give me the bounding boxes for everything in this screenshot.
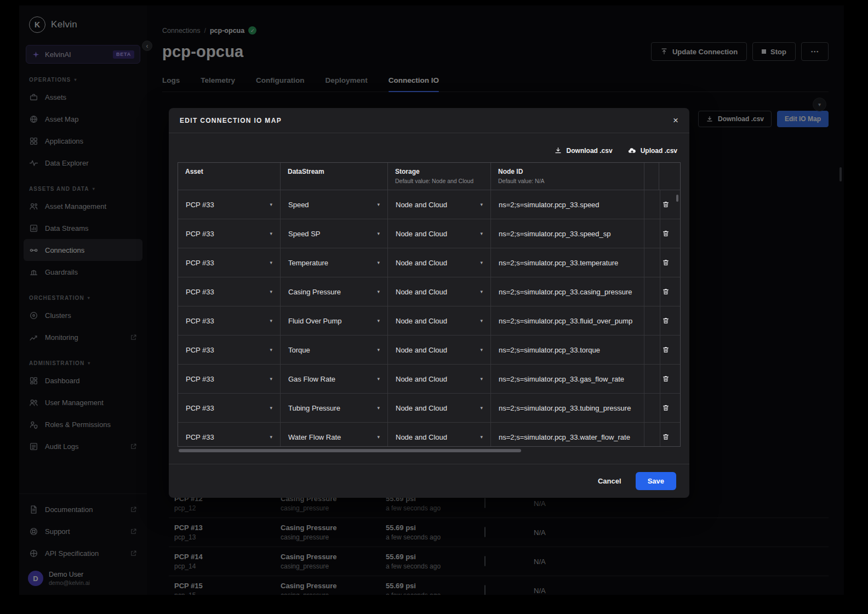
delete-row-button[interactable] xyxy=(658,429,673,445)
node-id-input[interactable]: ns=2;s=simulator.pcp_33.temperature xyxy=(491,248,644,277)
chevron-down-icon: ▾ xyxy=(480,405,483,411)
modal-upload-csv-label: Upload .csv xyxy=(641,147,677,155)
chevron-down-icon: ▾ xyxy=(480,434,483,440)
trash-icon xyxy=(662,317,670,325)
chevron-down-icon: ▾ xyxy=(480,202,483,207)
modal-header: EDIT CONNECTION IO MAP × xyxy=(169,108,689,133)
delete-row-button[interactable] xyxy=(658,342,673,357)
chevron-down-icon: ▾ xyxy=(270,405,272,411)
asset-select[interactable]: PCP #33 ▾ xyxy=(178,277,281,306)
io-map-row: PCP #33 ▾ Temperature ▾ Node and Cloud ▾ xyxy=(178,248,680,277)
node-id-input[interactable]: ns=2;s=simulator.pcp_33.water_flow_rate xyxy=(491,423,644,447)
asset-select[interactable]: PCP #33 ▾ xyxy=(178,394,281,422)
node-id-value: ns=2;s=simulator.pcp_33.fluid_over_pump xyxy=(499,317,632,325)
node-id-input[interactable]: ns=2;s=simulator.pcp_33.speed_sp xyxy=(491,219,644,248)
delete-row-button[interactable] xyxy=(658,313,673,328)
node-id-input[interactable]: ns=2;s=simulator.pcp_33.tubing_pressure xyxy=(491,394,644,422)
storage-select[interactable]: Node and Cloud ▾ xyxy=(388,248,491,277)
storage-select[interactable]: Node and Cloud ▾ xyxy=(388,306,491,335)
io-map-row: PCP #33 ▾ Speed ▾ Node and Cloud ▾ ns= xyxy=(178,190,680,219)
storage-select[interactable]: Node and Cloud ▾ xyxy=(388,336,491,364)
asset-select-value: PCP #33 xyxy=(186,201,214,209)
node-id-input[interactable]: ns=2;s=simulator.pcp_33.gas_flow_rate xyxy=(491,365,644,393)
header-actions xyxy=(651,163,680,190)
asset-select[interactable]: PCP #33 ▾ xyxy=(178,365,281,393)
delete-row-button[interactable] xyxy=(658,226,673,241)
asset-select[interactable]: PCP #33 ▾ xyxy=(178,219,281,248)
storage-select[interactable]: Node and Cloud ▾ xyxy=(388,277,491,306)
header-datastream: DataStream xyxy=(281,163,388,190)
io-map-row: PCP #33 ▾ Torque ▾ Node and Cloud ▾ ns xyxy=(178,336,680,365)
asset-select[interactable]: PCP #33 ▾ xyxy=(178,336,281,364)
close-icon[interactable]: × xyxy=(673,116,678,125)
delete-row-button[interactable] xyxy=(658,371,673,386)
vertical-scrollbar-thumb[interactable] xyxy=(676,195,678,202)
datastream-select[interactable]: Torque ▾ xyxy=(281,336,388,364)
asset-select[interactable]: PCP #33 ▾ xyxy=(178,423,281,447)
modal-download-csv-button[interactable]: Download .csv xyxy=(554,146,613,155)
asset-select-value: PCP #33 xyxy=(186,230,214,238)
chevron-down-icon: ▾ xyxy=(377,231,380,236)
node-id-value: ns=2;s=simulator.pcp_33.casing_pressure xyxy=(499,288,632,296)
cancel-button[interactable]: Cancel xyxy=(598,477,621,485)
node-id-value: ns=2;s=simulator.pcp_33.tubing_pressure xyxy=(499,404,631,412)
trash-icon xyxy=(662,375,670,383)
io-map-row: PCP #33 ▾ Gas Flow Rate ▾ Node and Cloud… xyxy=(178,365,680,394)
download-icon xyxy=(554,146,562,155)
row-actions xyxy=(651,306,680,335)
datastream-select[interactable]: Speed SP ▾ xyxy=(281,219,388,248)
delete-row-button[interactable] xyxy=(658,284,673,299)
storage-select-value: Node and Cloud xyxy=(396,230,447,238)
storage-select[interactable]: Node and Cloud ▾ xyxy=(388,190,491,219)
row-actions xyxy=(651,423,680,447)
storage-select-value: Node and Cloud xyxy=(396,404,447,412)
asset-select[interactable]: PCP #33 ▾ xyxy=(178,248,281,277)
save-button[interactable]: Save xyxy=(636,472,676,490)
storage-select[interactable]: Node and Cloud ▾ xyxy=(388,394,491,422)
asset-select-value: PCP #33 xyxy=(186,317,214,325)
datastream-select[interactable]: Fluid Over Pump ▾ xyxy=(281,306,388,335)
delete-row-button[interactable] xyxy=(658,400,673,416)
modal-upload-csv-button[interactable]: Upload .csv xyxy=(628,146,677,155)
storage-select[interactable]: Node and Cloud ▾ xyxy=(388,423,491,447)
chevron-down-icon: ▾ xyxy=(377,434,380,440)
row-actions xyxy=(651,248,680,277)
datastream-select[interactable]: Speed ▾ xyxy=(281,190,388,219)
datastream-select[interactable]: Gas Flow Rate ▾ xyxy=(281,365,388,393)
asset-select[interactable]: PCP #33 ▾ xyxy=(178,190,281,219)
chevron-down-icon: ▾ xyxy=(377,318,380,323)
chevron-down-icon: ▾ xyxy=(377,202,380,207)
storage-select-value: Node and Cloud xyxy=(396,288,447,296)
datastream-select-value: Speed xyxy=(288,201,309,209)
datastream-select-value: Torque xyxy=(288,346,310,354)
storage-select-value: Node and Cloud xyxy=(396,317,447,325)
delete-row-button[interactable] xyxy=(658,197,673,212)
asset-select[interactable]: PCP #33 ▾ xyxy=(178,306,281,335)
chevron-down-icon: ▾ xyxy=(377,289,380,294)
delete-row-button[interactable] xyxy=(658,255,673,270)
horizontal-scrollbar-thumb[interactable] xyxy=(179,449,521,452)
modal-body: Download .csv Upload .csv Asset DataStre… xyxy=(169,133,689,464)
datastream-select[interactable]: Casing Pressure ▾ xyxy=(281,277,388,306)
storage-select[interactable]: Node and Cloud ▾ xyxy=(388,219,491,248)
storage-select[interactable]: Node and Cloud ▾ xyxy=(388,365,491,393)
node-id-input[interactable]: ns=2;s=simulator.pcp_33.fluid_over_pump xyxy=(491,306,644,335)
chevron-down-icon: ▾ xyxy=(270,231,272,236)
io-map-table-header: Asset DataStream Storage Default value: … xyxy=(178,163,680,190)
storage-select-value: Node and Cloud xyxy=(396,259,447,267)
node-id-input[interactable]: ns=2;s=simulator.pcp_33.speed xyxy=(491,190,644,219)
datastream-select[interactable]: Temperature ▾ xyxy=(281,248,388,277)
node-id-value: ns=2;s=simulator.pcp_33.speed xyxy=(499,201,599,209)
node-id-value: ns=2;s=simulator.pcp_33.torque xyxy=(499,346,600,354)
datastream-select[interactable]: Tubing Pressure ▾ xyxy=(281,394,388,422)
datastream-select-value: Casing Pressure xyxy=(288,288,341,296)
node-id-input[interactable]: ns=2;s=simulator.pcp_33.torque xyxy=(491,336,644,364)
node-id-input[interactable]: ns=2;s=simulator.pcp_33.casing_pressure xyxy=(491,277,644,306)
io-map-table-body: PCP #33 ▾ Speed ▾ Node and Cloud ▾ ns= xyxy=(178,190,680,447)
asset-select-value: PCP #33 xyxy=(186,288,214,296)
asset-select-value: PCP #33 xyxy=(186,375,214,383)
datastream-select[interactable]: Water Flow Rate ▾ xyxy=(281,423,388,447)
upload-cloud-icon xyxy=(628,146,636,155)
row-actions xyxy=(651,277,680,306)
row-actions xyxy=(651,219,680,248)
